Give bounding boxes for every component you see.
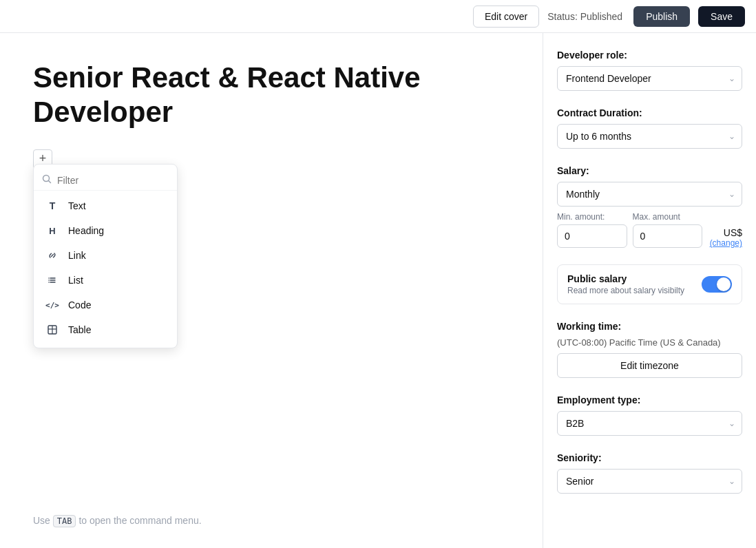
contract-duration-label: Contract Duration: [557,107,742,118]
public-salary-title: Public salary [567,273,684,284]
currency-label: US$ [724,227,742,238]
heading-block-icon: H [45,223,60,238]
editor-hint: Use TAB to open the command menu. [33,515,202,526]
menu-item-heading-label: Heading [68,225,104,236]
developer-role-select-wrapper: Frontend Developer Backend Developer Ful… [557,66,742,91]
menu-item-table-label: Table [68,324,91,335]
edit-cover-button[interactable]: Edit cover [473,6,539,28]
edit-timezone-button[interactable]: Edit timezone [557,353,742,378]
menu-item-link-label: Link [68,250,86,261]
menu-filter-input[interactable] [57,175,169,186]
menu-item-list-label: List [68,275,83,286]
employment-type-field: Employment type: B2B Employment Contract… [557,394,742,436]
menu-item-text[interactable]: T Text [34,193,177,218]
table-block-icon [45,322,60,337]
text-block-icon: T [45,198,60,213]
public-salary-toggle[interactable] [702,276,732,293]
public-salary-subtitle: Read more about salary visibilty [567,286,684,295]
salary-type-select-wrapper: Monthly Yearly Daily Hourly ⌄ [557,182,742,207]
developer-role-field: Developer role: Frontend Developer Backe… [557,50,742,91]
topbar: Edit cover Status: Published Publish Sav… [0,0,756,33]
employment-type-select[interactable]: B2B Employment Contract [557,411,742,436]
max-amount-col: Max. amount [633,212,703,248]
contract-duration-field: Contract Duration: Up to 6 months Up to … [557,107,742,149]
employment-type-select-wrapper: B2B Employment Contract ⌄ [557,411,742,436]
page-title: Senior React & React Native Developer [33,61,510,130]
min-amount-label: Min. amount: [557,212,627,222]
hint-prefix: Use [33,515,50,526]
hint-suffix: to open the command menu. [78,515,201,526]
contract-duration-select[interactable]: Up to 6 months Up to 1 year Permanent [557,124,742,149]
working-time-label: Working time: [557,321,742,332]
contract-duration-select-wrapper: Up to 6 months Up to 1 year Permanent ⌄ [557,124,742,149]
link-block-icon [45,248,60,263]
command-menu: T Text H Heading Link [33,164,178,348]
currency-block: US$ (change) [708,227,742,248]
developer-role-select[interactable]: Frontend Developer Backend Developer Ful… [557,66,742,91]
working-time-field: Working time: (UTC-08:00) Pacific Time (… [557,321,742,378]
publish-button[interactable]: Publish [633,6,690,27]
menu-item-table[interactable]: Table [34,317,177,342]
developer-role-label: Developer role: [557,50,742,61]
menu-item-link[interactable]: Link [34,243,177,268]
salary-label: Salary: [557,165,742,176]
toggle-knob [717,277,731,291]
max-amount-label: Max. amount [633,212,703,222]
main-layout: Senior React & React Native Developer + … [0,33,756,548]
timezone-text: (UTC-08:00) Pacific Time (US & Canada) [557,337,742,348]
hint-key: TAB [53,515,76,527]
salary-type-select[interactable]: Monthly Yearly Daily Hourly [557,182,742,207]
seniority-select[interactable]: Senior Mid Junior [557,469,742,494]
min-amount-col: Min. amount: [557,212,627,248]
status-label: Status: Published [547,11,622,22]
seniority-label: Seniority: [557,452,742,463]
menu-item-list[interactable]: List [34,268,177,293]
svg-line-1 [49,181,51,183]
menu-filter-row [34,170,177,191]
svg-point-7 [48,282,50,283]
max-amount-input[interactable] [633,224,703,248]
salary-field: Salary: Monthly Yearly Daily Hourly ⌄ Mi… [557,165,742,248]
save-button[interactable]: Save [698,6,745,27]
sidebar: Developer role: Frontend Developer Backe… [543,33,756,548]
seniority-field: Seniority: Senior Mid Junior ⌄ [557,452,742,494]
salary-amounts-row: Min. amount: Max. amount US$ (change) [557,212,742,248]
code-block-icon: </> [45,297,60,313]
menu-item-text-label: Text [68,200,86,211]
currency-change-link[interactable]: (change) [710,238,742,248]
editor-area: Senior React & React Native Developer + … [0,33,543,548]
min-amount-input[interactable] [557,224,627,248]
svg-point-5 [48,277,50,279]
list-block-icon [45,273,60,288]
employment-type-label: Employment type: [557,394,742,405]
public-salary-text: Public salary Read more about salary vis… [567,273,684,295]
seniority-select-wrapper: Senior Mid Junior ⌄ [557,469,742,494]
public-salary-box: Public salary Read more about salary vis… [557,264,742,304]
menu-item-code[interactable]: </> Code [34,293,177,317]
search-icon [42,174,52,186]
svg-point-6 [48,280,50,281]
menu-item-code-label: Code [68,299,91,310]
menu-item-heading[interactable]: H Heading [34,218,177,243]
